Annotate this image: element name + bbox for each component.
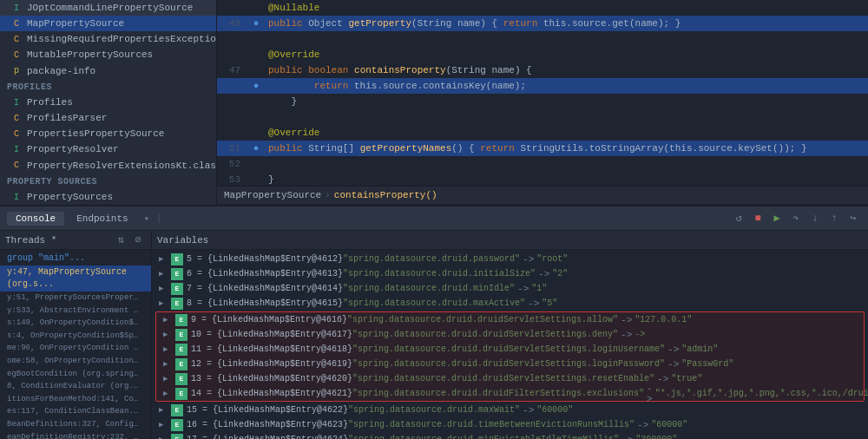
var-arrow: -> <box>667 344 679 355</box>
sidebar-item-missing[interactable]: C MissingRequiredPropertiesException <box>0 31 216 47</box>
step-into-icon[interactable]: ↓ <box>807 211 823 226</box>
sidebar-label: MapPropertySource <box>27 18 124 29</box>
var-arrow: -> <box>647 383 653 404</box>
variable-row[interactable]: ▶ E 11 = {LinkedHashMap$Entry@4618} "spr… <box>156 342 864 357</box>
step-out-icon[interactable]: ↑ <box>826 211 842 226</box>
line-code: } <box>265 174 868 185</box>
var-expand-icon: ▶ <box>159 405 171 415</box>
step-over-icon[interactable]: ↷ <box>788 211 804 226</box>
sidebar-item-profiles[interactable]: I Profiles <box>0 95 216 110</box>
variable-row[interactable]: ▶ E 5 = {LinkedHashMap$Entry@4612} "spri… <box>152 252 868 266</box>
class-icon: C <box>10 160 23 172</box>
var-number: 6 = {LinkedHashMap$Entry@4613} <box>187 269 343 278</box>
sidebar-item-resolverext[interactable]: C PropertyResolverExtensionsKt.class <box>0 157 216 173</box>
var-type-icon: E <box>175 358 187 370</box>
variable-row[interactable]: ▶ E 16 = {LinkedHashMap$Entry@4623} "spr… <box>152 417 868 432</box>
var-key: "spring.datasource.druid.timeBetweenEvic… <box>348 420 635 429</box>
breadcrumb-method[interactable]: containsProperty() <box>334 190 437 200</box>
thread-detail: ome:58, OnPropertyCondition (org.spr... <box>7 356 141 367</box>
sidebar-item-resolver[interactable]: I PropertyResolver <box>0 141 216 157</box>
package-icon: p <box>10 65 23 77</box>
sidebar-item-propertysources[interactable]: I PropertySources <box>0 189 216 205</box>
thread-detail: itionsForBeanMethod:141, Con... <box>7 394 141 405</box>
sidebar-item-mutable[interactable]: C MutablePropertySources <box>0 47 216 62</box>
thread-item[interactable]: eanDefinitionRegistry:232, Config... <box>0 431 151 439</box>
thread-item[interactable]: BeanDefinitions:327, Configura... <box>0 418 151 431</box>
var-expand-icon: ▶ <box>159 420 171 429</box>
variable-row[interactable]: ▶ E 15 = {LinkedHashMap$Entry@4622} "spr… <box>152 403 868 417</box>
variable-row[interactable]: ▶ E 12 = {LinkedHashMap$Entry@4619} "spr… <box>156 357 864 371</box>
var-expand-icon: ▶ <box>159 284 171 293</box>
line-code: return this.source.containsKey(name); <box>265 81 868 91</box>
resume-icon[interactable]: ▶ <box>769 211 785 226</box>
var-key: "spring.datasource.druid.druidServletSet… <box>352 359 665 369</box>
thread-item[interactable]: ome:58, OnPropertyCondition (org.spr... <box>0 355 151 368</box>
variable-row[interactable]: ▶ E 14 = {LinkedHashMap$Entry@4621} "spr… <box>156 386 864 401</box>
var-type-icon: E <box>175 314 187 326</box>
variable-row[interactable]: ▶ E 13 = {LinkedHashMap$Entry@4620} "spr… <box>156 371 864 386</box>
var-key: "spring.datasource.druid.password" <box>343 254 520 264</box>
code-area: @Nullable 45 ● public Object getProperty… <box>217 0 868 205</box>
var-expand-icon: ▶ <box>159 254 171 264</box>
sort-icon[interactable]: ⇅ <box>113 233 128 248</box>
line-code: public String[] getPropertyNames() { ret… <box>265 143 868 154</box>
variable-row[interactable]: ▶ E 6 = {LinkedHashMap$Entry@4613} "spri… <box>152 266 868 281</box>
thread-item[interactable]: itionsForBeanMethod:141, Con... <box>0 393 151 406</box>
sidebar-label: PropertyResolver <box>27 144 119 154</box>
code-line: @Override <box>217 47 868 62</box>
sidebar-item-properties[interactable]: C PropertiesPropertySource <box>0 126 216 141</box>
class-icon: C <box>10 128 23 140</box>
var-value: "2" <box>552 269 568 278</box>
thread-detail: egBootCondition (org.springfram... <box>7 369 141 380</box>
thread-item[interactable]: s:4, OnPropertyCondition$Spec (org... <box>0 330 151 343</box>
line-code: @Nullable <box>265 3 868 13</box>
var-value: "60000" <box>536 405 573 415</box>
var-expand-icon: ▶ <box>163 359 175 369</box>
line-gutter: ● <box>247 18 265 29</box>
code-line: } <box>217 94 868 109</box>
thread-item[interactable]: egBootCondition (org.springfram... <box>0 368 151 381</box>
sidebar-label: Profiles <box>27 97 73 108</box>
variable-row[interactable]: ▶ E 9 = {LinkedHashMap$Entry@4616} "spri… <box>156 312 864 327</box>
breadcrumb-file[interactable]: MapPropertySource <box>224 190 321 200</box>
thread-item[interactable]: 8, ConditionEvaluator (org.spri... <box>0 380 151 393</box>
thread-item[interactable]: es:117, ConditionClassBean... <box>0 405 151 418</box>
sidebar-item-jopt[interactable]: I JOptCommandLinePropertySource <box>0 0 216 16</box>
var-value: "127.0.0.1" <box>635 315 692 324</box>
var-type-icon: E <box>175 373 187 385</box>
stop-icon[interactable]: ■ <box>750 211 766 226</box>
thread-item[interactable]: me:96, OnPropertyCondition (org... <box>0 342 151 355</box>
variable-row[interactable]: ▶ E 10 = {LinkedHashMap$Entry@4617} "spr… <box>156 327 864 342</box>
run-to-cursor-icon[interactable]: ↪ <box>845 211 861 226</box>
restart-icon[interactable]: ↺ <box>731 211 746 226</box>
sidebar-item-profilesparser[interactable]: C ProfilesParser <box>0 110 216 126</box>
var-type-icon: E <box>171 434 183 440</box>
thread-item[interactable]: s:149, OnPropertyCondition$Spec (org... <box>0 317 151 330</box>
filter-icon[interactable]: ⊘ <box>130 233 146 248</box>
console-tab[interactable]: Console <box>7 212 64 226</box>
thread-item[interactable]: y:47, MapPropertySource (org.s... <box>0 265 151 292</box>
var-number: 8 = {LinkedHashMap$Entry@4615} <box>187 298 343 308</box>
variable-row[interactable]: ▶ E 17 = {LinkedHashMap$Entry@4624} "spr… <box>152 432 868 439</box>
sidebar-item-map[interactable]: C MapPropertySource <box>0 16 216 31</box>
var-type-icon: E <box>175 344 187 356</box>
var-number: 5 = {LinkedHashMap$Entry@4612} <box>187 254 343 264</box>
var-arrow: -> <box>657 374 668 384</box>
var-arrow: -> <box>528 298 539 309</box>
variable-row[interactable]: ▶ E 8 = {LinkedHashMap$Entry@4615} "spri… <box>152 296 868 311</box>
var-type-icon: E <box>171 298 183 310</box>
thread-detail: BeanDefinitions:327, Configura... <box>7 419 141 430</box>
line-code: } <box>265 96 868 107</box>
var-key: "spring.datasource.druid.minEvictableIdl… <box>348 435 619 439</box>
endpoints-tab[interactable]: Endpoints <box>68 212 136 226</box>
thread-item[interactable]: y:51, PropertySourcesPropertyRes... <box>0 292 151 305</box>
var-arrow: -> <box>538 269 549 279</box>
thread-item[interactable]: y:533, AbstractEnvironment (org... <box>0 305 151 318</box>
code-line: 53 } <box>217 172 868 186</box>
var-key: "spring.datasource.druid.maxWait" <box>348 405 520 415</box>
thread-detail: s:4, OnPropertyCondition$Spec (org... <box>7 331 141 342</box>
breadcrumb: MapPropertySource › containsProperty() <box>217 186 868 205</box>
thread-group-item[interactable]: group "main"... <box>0 252 151 265</box>
variable-row[interactable]: ▶ E 7 = {LinkedHashMap$Entry@4614} "spri… <box>152 281 868 296</box>
sidebar-item-package[interactable]: p package-info <box>0 63 216 79</box>
